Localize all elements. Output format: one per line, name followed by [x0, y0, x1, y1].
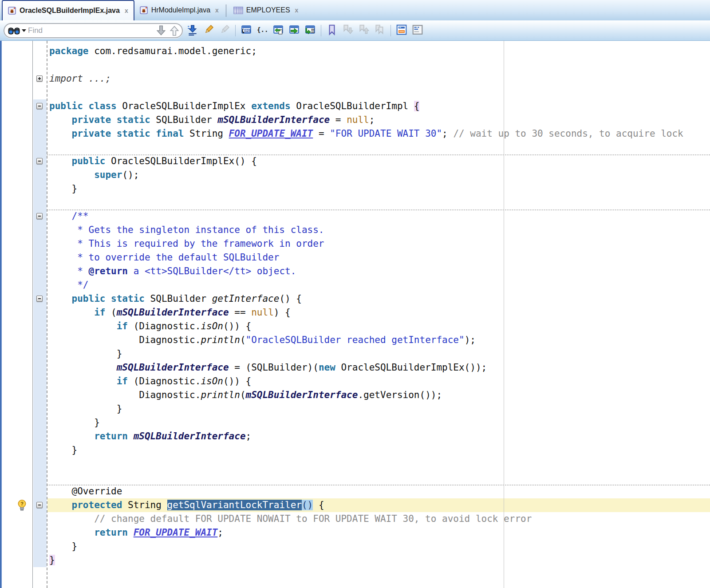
code-segment-doc: */ [49, 280, 89, 290]
fold-collapse-toggle[interactable] [36, 103, 43, 109]
forward-navigation-button[interactable] [286, 23, 302, 39]
code-line[interactable]: super(); [47, 168, 710, 182]
code-segment-pl: ; [369, 114, 375, 125]
tab-close-icon[interactable]: x [215, 7, 219, 14]
incremental-search-button[interactable] [185, 23, 201, 39]
code-line[interactable]: // change default FOR UPDATE NOWAIT to F… [47, 512, 710, 526]
code-assist-lightbulb-icon[interactable]: ? [17, 499, 27, 514]
window-123-icon: 123 [241, 24, 252, 37]
svg-text:?: ? [20, 501, 24, 506]
code-segment-cmt: // wait up to 30 seconds, to acquire loc… [453, 128, 683, 139]
find-input[interactable] [28, 26, 154, 35]
code-line[interactable]: * @return a <tt>SQLBuilder</tt> object. [47, 264, 710, 278]
code-segment-pl [128, 527, 134, 538]
fold-collapse-toggle[interactable] [36, 502, 43, 508]
tab-oraclesqlbuilderimplex-java[interactable]: OracleSQLBuilderImplEx.java x [2, 0, 134, 20]
code-line[interactable]: if (Diagnostic.isOn()) { [47, 375, 710, 388]
code-line[interactable]: } [47, 347, 710, 361]
code-segment-kw: if [117, 376, 128, 387]
code-line[interactable]: } [47, 182, 710, 196]
code-segment-fld: mSQLBuilderInterface [117, 307, 229, 318]
code-line[interactable]: return mSQLBuilderInterface; [47, 430, 710, 443]
window-swap-icon [272, 24, 284, 37]
tab-close-icon[interactable]: x [295, 7, 299, 14]
search-arrow-icon [187, 24, 198, 37]
code-segment-pl: .getVersion()); [358, 390, 442, 400]
code-line[interactable] [47, 471, 710, 485]
code-segment-pl [49, 114, 72, 125]
highlighter-icon [203, 24, 214, 37]
find-previous-button[interactable] [169, 24, 180, 37]
code-line[interactable]: * Gets the singleton instance of this cl… [47, 223, 710, 237]
goto-last-edit-button[interactable] [302, 23, 318, 39]
code-line[interactable]: public class OracleSQLBuilderImplEx exte… [47, 99, 710, 113]
code-line[interactable]: package com.redsamurai.model.generic; [47, 44, 710, 58]
code-segment-fld: mSQLBuilderInterface [134, 431, 246, 442]
code-line[interactable]: if (Diagnostic.isOn()) { [47, 320, 710, 333]
clear-highlight-button [217, 23, 233, 39]
code-segment-pl: ()) { [223, 376, 251, 387]
code-segment-pl [49, 362, 117, 373]
java-file-icon [8, 7, 16, 15]
code-segment-pl: ( [240, 335, 246, 345]
code-line[interactable]: @Override [47, 485, 710, 498]
code-line[interactable]: * to override the default SQLBuilder [47, 251, 710, 264]
matching-brace-button[interactable]: {...} [254, 23, 270, 39]
fold-collapse-toggle[interactable] [36, 296, 43, 302]
fold-collapse-toggle[interactable] [36, 158, 43, 164]
code-line[interactable]: } [47, 553, 710, 567]
fold-collapse-toggle[interactable] [36, 213, 43, 219]
code-segment-cst: FOR_UPDATE_WAIT [134, 527, 218, 538]
code-segment-pl: () { [279, 293, 302, 304]
code-line[interactable]: * This is required by the framework in o… [47, 237, 710, 251]
code-line[interactable] [47, 196, 710, 209]
highlight-matches-button[interactable] [201, 23, 217, 39]
code-line[interactable]: } [47, 443, 710, 457]
tab-close-icon[interactable]: x [125, 7, 128, 14]
code-segment-kw: return [94, 527, 128, 538]
code-line[interactable]: /** [47, 209, 710, 223]
goto-line-button[interactable]: 123 [238, 23, 254, 39]
thumbnail-view-button[interactable] [394, 23, 410, 39]
code-segment-pl [49, 307, 94, 318]
code-segment-pl: OracleSQLBuilderImplEx() { [105, 156, 256, 166]
code-line[interactable]: */ [47, 278, 710, 292]
code-segment-kw: if [94, 307, 105, 318]
find-options-caret-icon[interactable] [22, 29, 26, 32]
code-line[interactable]: if (mSQLBuilderInterface == null) { [47, 306, 710, 320]
code-line[interactable] [47, 141, 710, 154]
tab-employees[interactable]: EMPLOYEES x [228, 0, 304, 20]
code-line[interactable]: import ...; [47, 72, 710, 86]
code-line[interactable]: mSQLBuilderInterface = (SQLBuilder)(new … [47, 361, 710, 375]
code-line[interactable]: private static final String FOR_UPDATE_W… [47, 127, 710, 141]
tab-hrmoduleimpl-java[interactable]: HrModuleImpl.java x [134, 0, 224, 20]
tab-label: OracleSQLBuilderImplEx.java [20, 7, 120, 15]
code-line[interactable]: } [47, 402, 710, 416]
code-line[interactable]: protected String getSqlVariantLockTraile… [47, 498, 710, 512]
code-segment-pl: OracleSQLBuilderImplEx [117, 101, 251, 111]
code-lines[interactable]: package com.redsamurai.model.generic;imp… [47, 41, 710, 588]
source-view-button[interactable] [410, 23, 426, 39]
code-line[interactable]: Diagnostic.println("OracleSQLBuilder rea… [47, 333, 710, 347]
code-segment-pl: ; [442, 128, 453, 139]
code-line[interactable] [47, 457, 710, 471]
code-line[interactable] [47, 86, 710, 99]
code-line[interactable] [47, 58, 710, 72]
fold-expand-toggle[interactable] [36, 75, 43, 82]
code-line[interactable]: private static SQLBuilder mSQLBuilderInt… [47, 113, 710, 127]
binoculars-icon[interactable] [8, 26, 20, 36]
code-segment-kw: protected [72, 500, 122, 510]
code-line[interactable]: } [47, 416, 710, 430]
code-segment-itl: isOn [201, 321, 223, 331]
code-line[interactable]: public OracleSQLBuilderImplEx() { [47, 154, 710, 168]
toggle-bookmark-button[interactable] [324, 23, 340, 39]
code-line[interactable]: Diagnostic.println(mSQLBuilderInterface.… [47, 388, 710, 402]
code-line[interactable]: return FOR_UPDATE_WAIT; [47, 526, 710, 540]
code-segment-kw: public static [72, 293, 145, 304]
toolbar-separator [321, 25, 321, 36]
back-navigation-button[interactable] [270, 23, 286, 39]
find-next-button[interactable] [155, 24, 167, 37]
code-line[interactable]: public static SQLBuilder getInterface() … [47, 292, 710, 306]
code-editor[interactable]: package com.redsamurai.model.generic;imp… [0, 41, 710, 588]
code-line[interactable]: } [47, 540, 710, 553]
